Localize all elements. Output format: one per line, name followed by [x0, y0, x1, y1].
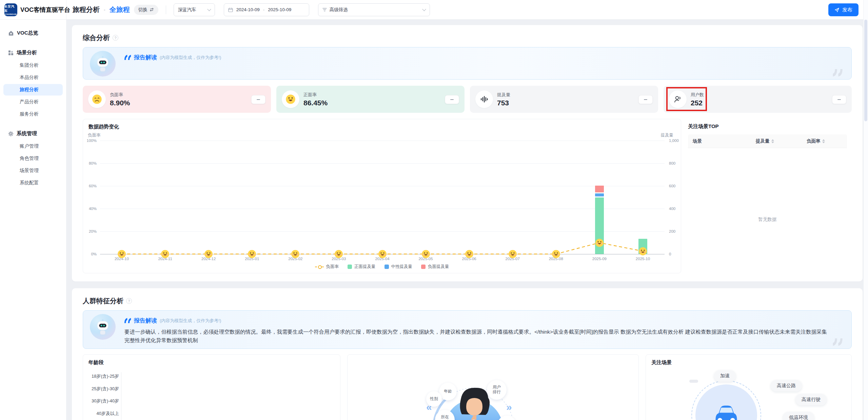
metric-collapse-button[interactable]	[832, 95, 846, 104]
sidebar-overview-label: VOC总览	[17, 30, 38, 36]
sidebar-item-旅程分析[interactable]: 旅程分析	[3, 84, 63, 96]
user-icon	[669, 90, 687, 108]
sidebar-item-系统配置[interactable]: 系统配置	[3, 177, 63, 189]
sort-icon[interactable]	[822, 139, 825, 143]
sidebar-group-场景分析[interactable]: 场景分析	[0, 46, 66, 59]
age-chart-title: 年龄段	[88, 359, 104, 366]
age-chart-axis	[121, 372, 121, 420]
empty-state-text: 暂无数据	[688, 216, 847, 223]
metric-collapse-button[interactable]	[638, 95, 653, 104]
left-axis-tick: 0%	[91, 252, 97, 256]
top-scenes-panel: 关注场景TOP 场景提及量负面率 暂无数据	[688, 119, 847, 273]
x-axis-label: 2025-09	[592, 257, 607, 261]
logo-line2: CHANGAN	[5, 13, 16, 15]
legend-item-中性提及量[interactable]: 中性提及量	[384, 264, 413, 270]
ai-report-label: 报告解读	[134, 317, 157, 324]
sidebar-item-voc-overview[interactable]: VOC总览	[0, 27, 66, 39]
left-axis-tick: 60%	[89, 184, 97, 188]
legend-swatch	[384, 265, 389, 269]
smiley-marker-2025-01[interactable]	[248, 250, 256, 258]
trend-chart-title: 数据趋势变化	[88, 124, 119, 130]
home-icon	[8, 30, 14, 36]
scene-tag-加速[interactable]: 加速	[714, 370, 736, 382]
smiley-marker-2025-07[interactable]	[508, 250, 517, 258]
breadcrumb[interactable]: 旅程分析	[73, 5, 100, 14]
x-axis-label: 2025-10	[636, 257, 650, 261]
smiley-marker-2025-10[interactable]	[638, 247, 647, 256]
metric-label: 负面率	[110, 92, 130, 98]
smiley-marker-2025-06[interactable]	[465, 250, 474, 258]
legend-item-正面提及量[interactable]: 正面提及量	[348, 264, 376, 270]
smiley-marker-2025-02[interactable]	[291, 250, 300, 258]
scene-tag-高速公路[interactable]: 高速公路	[771, 380, 802, 392]
sidebar-item-场景管理[interactable]: 场景管理	[3, 165, 63, 176]
persona-tag-性别[interactable]: 性别	[426, 391, 442, 407]
brand-select-value: 深蓝汽车	[178, 7, 196, 13]
persona-tag-用户排行[interactable]: 用户排行	[487, 380, 507, 400]
metric-mentions[interactable]: 提及量 753	[470, 86, 658, 113]
smiley-marker-2024-11[interactable]	[161, 250, 170, 258]
sidebar-group-系统管理[interactable]: 系统管理	[0, 127, 66, 140]
changan-logo: 长安汽车 CHANGAN	[4, 3, 17, 16]
smiley-marker-2025-04[interactable]	[378, 250, 387, 258]
column-header-负面率[interactable]: 负面率	[807, 138, 842, 144]
negative-rate-line	[100, 141, 665, 254]
car-icon	[710, 399, 743, 420]
metric-collapse-button[interactable]	[445, 95, 459, 104]
metric-positive-rate[interactable]: 正面率 86.45%	[276, 86, 465, 113]
column-header-场景: 场景	[693, 138, 756, 144]
metric-value: 753	[497, 99, 510, 107]
metric-users[interactable]: 用户数 252	[664, 86, 852, 113]
switch-journey-button[interactable]: 切换	[134, 5, 158, 15]
legend-item-负面率[interactable]: 负面率	[315, 264, 339, 270]
scrollbar-thumb[interactable]	[864, 20, 867, 121]
ai-report-label: 报告解读	[134, 54, 157, 61]
legend-item-负面提及量[interactable]: 负面提及量	[421, 264, 449, 270]
advanced-filter-value: 高级筛选	[330, 7, 348, 13]
age-category-label: 25岁(含)-30岁	[86, 386, 119, 392]
trend-chart-plot[interactable]: 100%1,00080%80060%60040%40020%2000%02024…	[100, 141, 665, 254]
sort-icon[interactable]	[771, 139, 774, 143]
wave-bars-icon	[475, 90, 493, 108]
sidebar-item-服务分析[interactable]: 服务分析	[3, 108, 63, 120]
publish-button[interactable]: 发布	[828, 3, 859, 16]
right-axis-tick: 1,000	[669, 139, 679, 143]
top-scenes-table-header: 场景提及量负面率	[688, 134, 847, 148]
smiley-marker-2025-03[interactable]	[334, 250, 343, 258]
open-quote-icon	[124, 318, 131, 323]
help-icon[interactable]: ?	[113, 35, 118, 41]
smiley-marker-2025-09[interactable]	[595, 238, 604, 247]
sidebar-item-账户管理[interactable]: 账户管理	[3, 141, 63, 152]
scene-tag-高速行驶[interactable]: 高速行驶	[795, 394, 827, 405]
current-journey-tab[interactable]: 全旅程	[110, 5, 130, 14]
chevron-down-icon	[422, 7, 426, 11]
sidebar-item-角色管理[interactable]: 角色管理	[3, 153, 63, 164]
sidebar-item-本品分析[interactable]: 本品分析	[3, 72, 63, 83]
ai-report-text: 要进一步确认，但根据当前信息，必须处理空数据的情况。最终，我需要生成一个符合用户…	[124, 328, 831, 344]
help-icon[interactable]: ?	[126, 298, 132, 304]
date-range-picker[interactable]: 2024-10-09 - 2025-10-09	[224, 3, 309, 16]
breadcrumb-separator: -	[104, 7, 105, 13]
smiley-marker-2025-05[interactable]	[421, 250, 430, 258]
smiley-marker-2024-12[interactable]	[204, 250, 213, 258]
age-category-label: 40岁及以上	[86, 411, 119, 417]
advanced-filter-select[interactable]: 高级筛选	[318, 3, 430, 16]
age-category-label: 30岁(含)-40岁	[86, 398, 119, 404]
legend-swatch	[421, 265, 426, 269]
smiley-marker-2024-10[interactable]	[117, 250, 126, 258]
metric-collapse-button[interactable]	[251, 95, 265, 104]
sidebar-groups: 场景分析集团分析本品分析旅程分析产品分析服务分析系统管理账户管理角色管理场景管理…	[0, 46, 66, 189]
brand-logo: 长安汽车 CHANGAN VOC客情直驱平台	[0, 0, 66, 19]
date-end[interactable]: 2025-10-09	[268, 7, 291, 12]
date-start[interactable]: 2024-10-09	[236, 7, 260, 12]
column-header-提及量[interactable]: 提及量	[756, 138, 807, 144]
scene-tag-低温环境[interactable]: 低温环境	[783, 412, 814, 420]
sidebar-item-产品分析[interactable]: 产品分析	[3, 96, 63, 108]
scene-bubbles-card: 关注场景 加速高速公路高速行驶低温环境	[646, 354, 852, 420]
vertical-scrollbar[interactable]	[863, 0, 868, 420]
brand-select[interactable]: 深蓝汽车	[174, 3, 215, 16]
sidebar-item-集团分析[interactable]: 集团分析	[3, 60, 63, 71]
switch-label: 切换	[138, 7, 147, 13]
metric-negative-rate[interactable]: 负面率 8.90%	[83, 86, 271, 113]
smiley-marker-2025-08[interactable]	[552, 250, 560, 258]
